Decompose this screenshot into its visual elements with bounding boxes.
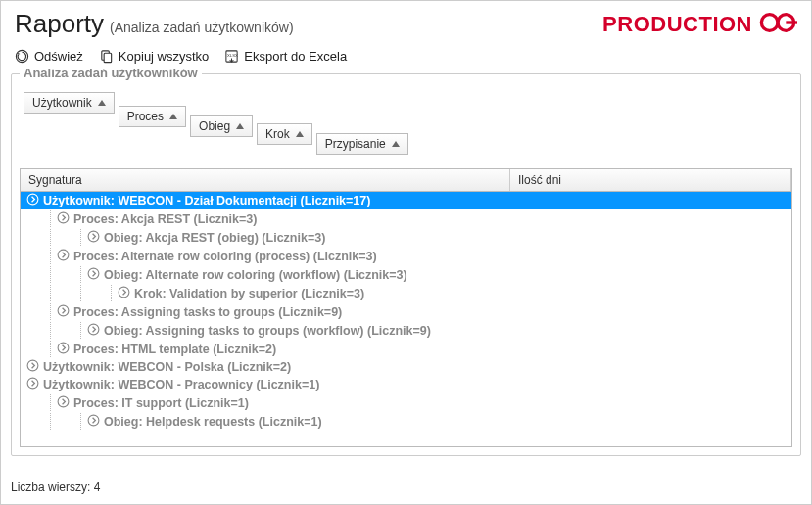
grid-group-row[interactable]: Obieg: Helpdesk requests (Licznik=1) bbox=[21, 412, 791, 431]
sort-asc-icon bbox=[296, 131, 304, 137]
column-header-signature[interactable]: Sygnatura bbox=[21, 169, 510, 191]
expand-icon[interactable] bbox=[57, 395, 70, 411]
sort-asc-icon bbox=[236, 123, 244, 129]
svg-point-18 bbox=[27, 378, 38, 389]
export-label: Eksport do Excela bbox=[244, 49, 347, 64]
row-text: Proces: IT support (Licznik=1) bbox=[73, 396, 249, 410]
sort-asc-icon bbox=[392, 141, 400, 147]
copy-label: Kopiuj wszystko bbox=[119, 49, 209, 64]
sort-asc-icon bbox=[169, 114, 177, 119]
grid-group-row[interactable]: Użytkownik: WEBCON - Polska (Licznik=2) bbox=[21, 358, 791, 376]
refresh-button[interactable]: Odśwież bbox=[15, 49, 83, 64]
page-subtitle: (Analiza zadań użytkowników) bbox=[110, 20, 294, 35]
expand-icon[interactable] bbox=[118, 286, 130, 301]
svg-point-12 bbox=[88, 268, 99, 279]
grid-group-row[interactable]: Użytkownik: WEBCON - Dział Dokumentacji … bbox=[21, 192, 791, 209]
svg-point-9 bbox=[58, 212, 69, 223]
row-text: Użytkownik: WEBCON - Dział Dokumentacji … bbox=[43, 194, 370, 207]
expand-icon[interactable] bbox=[26, 377, 39, 392]
svg-point-13 bbox=[119, 287, 129, 298]
refresh-icon bbox=[15, 49, 29, 64]
svg-point-15 bbox=[88, 324, 99, 335]
row-text: Obieg: Helpdesk requests (Licznik=1) bbox=[104, 415, 322, 429]
fieldset-legend: Analiza zadań użytkowników bbox=[20, 66, 202, 80]
expand-icon[interactable] bbox=[57, 249, 70, 264]
brand-logo-area: PRODUCTION bbox=[602, 10, 797, 38]
svg-point-17 bbox=[27, 360, 38, 371]
grid-group-row[interactable]: Krok: Validation by superior (Licznik=3) bbox=[21, 284, 791, 302]
grid-group-row[interactable]: Proces: IT support (Licznik=1) bbox=[21, 393, 791, 412]
expand-icon[interactable] bbox=[57, 304, 70, 320]
row-text: Proces: Alternate row coloring (process)… bbox=[73, 250, 377, 263]
svg-point-10 bbox=[88, 231, 99, 242]
svg-text:XLSX: XLSX bbox=[227, 53, 238, 58]
grid-group-row[interactable]: Proces: Akcja REST (Licznik=3) bbox=[21, 209, 791, 228]
svg-point-14 bbox=[58, 305, 69, 316]
expand-icon[interactable] bbox=[26, 193, 39, 208]
svg-rect-5 bbox=[104, 53, 112, 62]
row-text: Obieg: Alternate row coloring (workflow)… bbox=[104, 268, 407, 282]
expand-icon[interactable] bbox=[57, 211, 70, 227]
expand-icon[interactable] bbox=[26, 359, 39, 375]
footer-row-count: Liczba wierszy: 4 bbox=[11, 481, 100, 494]
svg-point-19 bbox=[58, 396, 69, 407]
expand-icon[interactable] bbox=[57, 342, 70, 357]
grid-group-row[interactable]: Obieg: Assigning tasks to groups (workfl… bbox=[21, 321, 791, 340]
row-text: Użytkownik: WEBCON - Polska (Licznik=2) bbox=[43, 360, 291, 374]
svg-point-11 bbox=[58, 250, 69, 260]
grid-group-row[interactable]: Proces: Alternate row coloring (process)… bbox=[21, 247, 791, 265]
row-text: Użytkownik: WEBCON - Pracownicy (Licznik… bbox=[43, 378, 319, 391]
excel-icon: XLSX bbox=[224, 49, 239, 64]
expand-icon[interactable] bbox=[87, 414, 100, 430]
row-text: Obieg: Akcja REST (obieg) (Licznik=3) bbox=[104, 231, 325, 245]
grid-group-row[interactable]: Proces: HTML template (Licznik=2) bbox=[21, 340, 791, 358]
row-text: Krok: Validation by superior (Licznik=3) bbox=[134, 287, 364, 300]
data-grid: Sygnatura Ilość dni Użytkownik: WEBCON -… bbox=[20, 168, 792, 447]
row-text: Proces: Akcja REST (Licznik=3) bbox=[73, 212, 257, 226]
svg-point-20 bbox=[88, 415, 99, 426]
page-title: Raporty bbox=[15, 9, 104, 39]
expand-icon[interactable] bbox=[87, 230, 100, 246]
row-text: Proces: Assigning tasks to groups (Liczn… bbox=[73, 305, 342, 319]
group-chip-assignment[interactable]: Przypisanie bbox=[316, 133, 408, 155]
column-header-days[interactable]: Ilość dni bbox=[510, 169, 791, 191]
svg-point-0 bbox=[761, 15, 778, 31]
export-excel-button[interactable]: XLSX Eksport do Excela bbox=[224, 49, 347, 64]
svg-point-16 bbox=[58, 343, 69, 353]
row-text: Obieg: Assigning tasks to groups (workfl… bbox=[104, 324, 431, 338]
group-chip-user[interactable]: Użytkownik bbox=[24, 92, 115, 114]
brand-text: PRODUCTION bbox=[602, 12, 752, 37]
expand-icon[interactable] bbox=[87, 267, 100, 283]
copy-icon bbox=[99, 49, 114, 64]
group-chip-process[interactable]: Proces bbox=[119, 106, 186, 127]
brand-logo-icon bbox=[758, 10, 797, 38]
svg-point-8 bbox=[27, 194, 38, 205]
group-chip-workflow[interactable]: Obieg bbox=[190, 115, 253, 137]
sort-asc-icon bbox=[98, 100, 106, 106]
row-text: Proces: HTML template (Licznik=2) bbox=[73, 343, 276, 356]
group-by-bar: Użytkownik Proces Obieg Krok Przypisanie bbox=[20, 84, 792, 168]
copy-all-button[interactable]: Kopiuj wszystko bbox=[99, 49, 209, 64]
grid-group-row[interactable]: Obieg: Alternate row coloring (workflow)… bbox=[21, 265, 791, 284]
grid-group-row[interactable]: Obieg: Akcja REST (obieg) (Licznik=3) bbox=[21, 228, 791, 247]
group-chip-step[interactable]: Krok bbox=[257, 123, 312, 145]
grid-group-row[interactable]: Proces: Assigning tasks to groups (Liczn… bbox=[21, 302, 791, 321]
expand-icon[interactable] bbox=[87, 323, 100, 339]
refresh-label: Odśwież bbox=[34, 49, 83, 64]
grid-group-row[interactable]: Użytkownik: WEBCON - Pracownicy (Licznik… bbox=[21, 376, 791, 393]
